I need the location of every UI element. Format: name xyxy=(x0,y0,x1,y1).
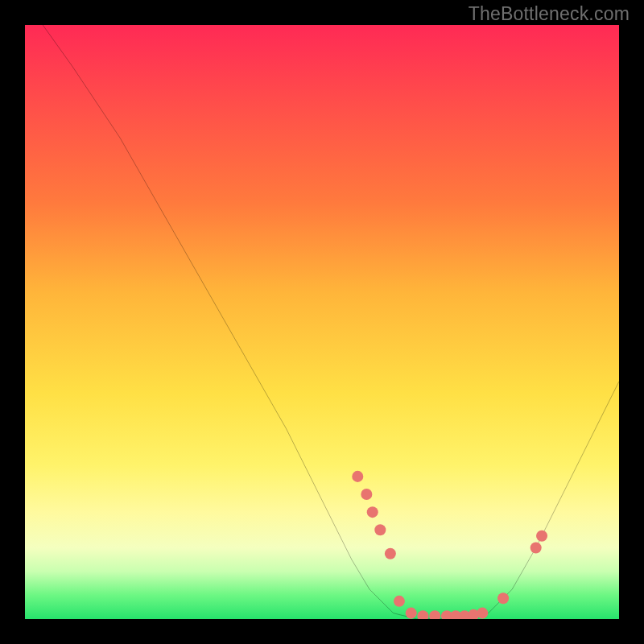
curve-marker xyxy=(530,542,542,553)
curve-marker xyxy=(497,592,509,604)
plot-svg xyxy=(25,25,619,619)
curve-marker xyxy=(429,610,440,619)
chart-frame: TheBottleneck.com xyxy=(0,0,644,644)
curve-marker xyxy=(477,608,488,619)
curve-marker xyxy=(385,548,396,559)
curve-markers xyxy=(352,471,547,619)
curve-marker xyxy=(367,506,378,518)
curve-marker xyxy=(374,524,386,535)
curve-marker xyxy=(417,610,428,619)
watermark-text: TheBottleneck.com xyxy=(469,3,630,25)
curve-marker xyxy=(394,596,405,607)
bottleneck-curve xyxy=(43,25,619,619)
curve-marker xyxy=(361,489,372,500)
curve-marker xyxy=(352,471,363,482)
curve-marker xyxy=(406,608,417,619)
curve-marker xyxy=(536,530,547,542)
